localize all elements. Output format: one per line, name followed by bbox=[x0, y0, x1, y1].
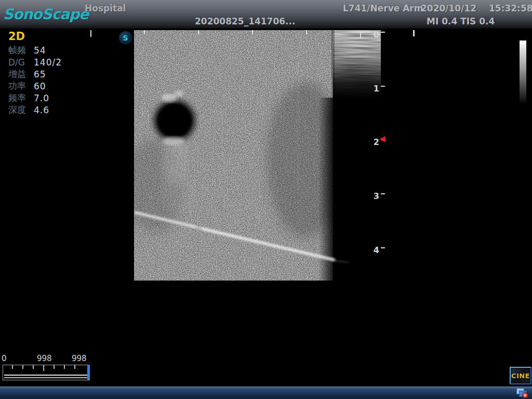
scrubber-tick bbox=[22, 365, 23, 369]
depth-label-0: 0 bbox=[366, 30, 379, 39]
scrubber-tick bbox=[64, 365, 65, 369]
probe-orientation-letter: S bbox=[123, 34, 128, 42]
cine-current-frame: 998 bbox=[72, 354, 87, 363]
hospital-name: Hospital bbox=[85, 3, 126, 14]
param-row-gain: 增益 65 bbox=[8, 68, 123, 80]
param-label: 频率 bbox=[8, 92, 34, 104]
depth-tick bbox=[381, 247, 385, 248]
depth-label-3: 3 bbox=[366, 191, 379, 201]
depth-label-4: 4 bbox=[366, 245, 379, 255]
param-label: 功率 bbox=[8, 80, 34, 92]
scrubber-position-handle[interactable] bbox=[87, 365, 90, 380]
param-row-depth: 深度 4.6 bbox=[8, 104, 123, 116]
taskbar: ✕ bbox=[0, 387, 532, 399]
parameters-panel: 2D 帧频 54 D/G 140/2 增益 65 功率 60 频率 7.0 深度… bbox=[8, 30, 123, 116]
param-label: 增益 bbox=[8, 68, 34, 80]
scrubber-tick bbox=[74, 365, 75, 369]
scrubber-tick bbox=[54, 365, 55, 369]
depth-tick bbox=[381, 193, 385, 194]
param-row-frame-rate: 帧频 54 bbox=[8, 44, 123, 56]
ultrasound-image[interactable] bbox=[134, 30, 381, 281]
scrubber-tick bbox=[33, 365, 34, 369]
param-label: D/G bbox=[8, 57, 34, 68]
depth-label-1: 1 bbox=[366, 84, 379, 94]
param-value: 65 bbox=[34, 69, 46, 79]
ultrasound-app-screen: SonoScape Hospital 20200825_141706... L7… bbox=[0, 0, 532, 399]
sonoscape-logo: SonoScape bbox=[3, 6, 88, 23]
param-value: 7.0 bbox=[34, 93, 49, 103]
top-status-bar: SonoScape Hospital 20200825_141706... L7… bbox=[0, 0, 532, 29]
probe-orientation-icon: S bbox=[119, 31, 132, 44]
grayscale-bar bbox=[520, 41, 526, 104]
network-disconnected-icon[interactable]: ✕ bbox=[516, 388, 529, 399]
cine-scrubber-track[interactable] bbox=[3, 365, 90, 380]
depth-label-2: 2 bbox=[366, 137, 379, 147]
probe-preset: L741/Nerve Arm bbox=[343, 3, 423, 14]
mi-tis-readout: MI 0.4 TIS 0.4 bbox=[427, 16, 495, 26]
exam-date: 2020/10/12 bbox=[421, 3, 476, 14]
scrubber-rail bbox=[4, 375, 88, 376]
cine-button[interactable]: CINE bbox=[510, 367, 531, 384]
cine-total-frames: 998 bbox=[37, 354, 52, 363]
param-row-frequency: 频率 7.0 bbox=[8, 92, 123, 104]
param-value: 60 bbox=[34, 81, 46, 91]
text-cursor bbox=[90, 30, 91, 37]
param-row-dg: D/G 140/2 bbox=[8, 56, 123, 68]
cine-start-frame: 0 bbox=[2, 354, 7, 363]
scrubber-tick bbox=[12, 365, 13, 369]
param-label: 帧频 bbox=[8, 44, 34, 56]
param-value: 54 bbox=[34, 45, 46, 56]
mode-indicator: 2D bbox=[8, 30, 123, 44]
param-value: 4.6 bbox=[34, 105, 49, 115]
param-label: 深度 bbox=[8, 104, 34, 116]
param-value: 140/2 bbox=[34, 57, 62, 68]
ultrasound-b-mode-svg bbox=[134, 30, 381, 281]
scrubber-tick bbox=[43, 365, 44, 371]
focus-depth-marker-icon bbox=[379, 136, 385, 142]
error-x-badge-icon: ✕ bbox=[522, 392, 528, 398]
exam-id: 20200825_141706... bbox=[195, 16, 295, 26]
exam-time: 15:32:58 bbox=[489, 3, 532, 14]
param-row-power: 功率 60 bbox=[8, 80, 123, 92]
top-scale-tick bbox=[413, 30, 415, 36]
depth-tick bbox=[381, 32, 385, 33]
depth-tick bbox=[381, 86, 385, 87]
scrubber-rail bbox=[4, 377, 88, 378]
